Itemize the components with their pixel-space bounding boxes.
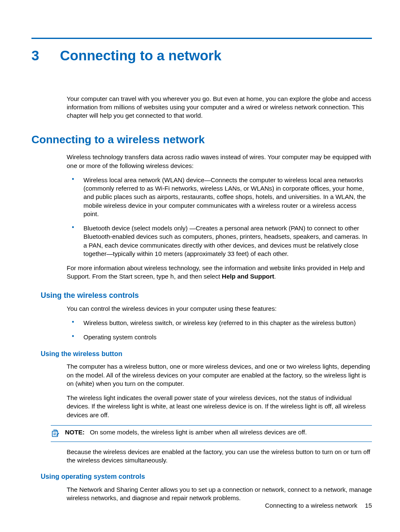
- footer-text: Connecting to a wireless network: [265, 502, 357, 509]
- body-paragraph: You can control the wireless devices in …: [67, 305, 372, 313]
- bold-text: Help and Support: [222, 273, 274, 280]
- page-number: 15: [365, 502, 372, 509]
- page-footer: Connecting to a wireless network 15: [265, 501, 372, 510]
- subsubsection-heading-os-controls: Using operating system controls: [41, 472, 372, 481]
- subsubsection-heading-wireless-button: Using the wireless button: [41, 349, 372, 359]
- body-paragraph: The wireless light indicates the overall…: [67, 394, 372, 419]
- note-icon: [51, 428, 62, 439]
- code-text: h: [170, 274, 174, 281]
- text-span: .: [274, 273, 276, 280]
- note-text: On some models, the wireless light is am…: [90, 429, 306, 436]
- svg-rect-0: [52, 431, 58, 436]
- note-block: NOTE: On some models, the wireless light…: [51, 425, 372, 442]
- note-label: NOTE:: [65, 429, 85, 436]
- list-item: Bluetooth device (select models only) —C…: [67, 224, 372, 258]
- body-paragraph: For more information about wireless tech…: [67, 264, 372, 282]
- list-item: Operating system controls: [67, 333, 372, 341]
- list-item: Wireless button, wireless switch, or wir…: [67, 319, 372, 327]
- chapter-title-text: Connecting to a network: [60, 48, 221, 63]
- list-item: Wireless local area network (WLAN) devic…: [67, 176, 372, 218]
- chapter-number: 3: [31, 46, 60, 65]
- body-paragraph: Wireless technology transfers data acros…: [67, 153, 372, 170]
- chapter-rule: [31, 38, 372, 39]
- text-span: , and then select: [174, 273, 222, 280]
- wireless-controls-list: Wireless button, wireless switch, or wir…: [67, 319, 372, 342]
- subsection-heading-wireless-controls: Using the wireless controls: [41, 290, 372, 300]
- section-heading-wireless-network: Connecting to a wireless network: [31, 132, 372, 147]
- wireless-devices-list: Wireless local area network (WLAN) devic…: [67, 176, 372, 258]
- note-content: NOTE: On some models, the wireless light…: [65, 428, 372, 439]
- chapter-title: 3Connecting to a network: [31, 46, 372, 65]
- body-paragraph: The Network and Sharing Center allows yo…: [67, 486, 372, 503]
- body-paragraph: The computer has a wireless button, one …: [67, 362, 372, 388]
- body-paragraph: Because the wireless devices are enabled…: [67, 448, 372, 465]
- intro-paragraph: Your computer can travel with you wherev…: [67, 95, 372, 120]
